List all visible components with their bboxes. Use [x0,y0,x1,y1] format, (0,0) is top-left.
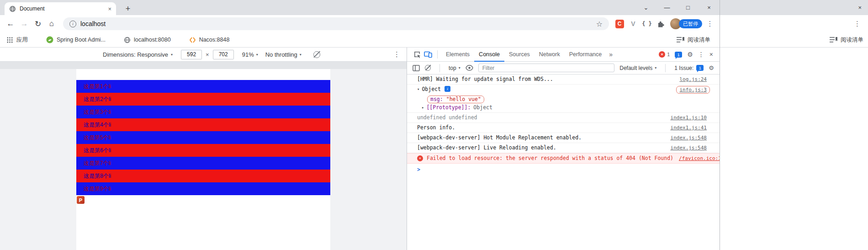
height-input[interactable] [213,50,234,59]
devtools-menu-icon[interactable]: ⋮ [698,51,704,58]
issues-badge[interactable]: 1 [675,52,682,58]
zoom-value: 91% [242,51,254,58]
property-key: msg: [430,96,443,102]
throttling-select[interactable]: No throttling ▾ [265,51,302,58]
vue-devtools-icon[interactable]: V [628,18,639,29]
bookmark-localhost-8080[interactable]: localhost:8080 [124,37,171,43]
forward-icon[interactable]: → [18,18,30,30]
apps-shortcut[interactable]: 应用 [6,36,28,44]
console-source-link[interactable]: /favicon.ico:1 [673,155,721,162]
browser-menu-icon[interactable]: ⋮ [705,20,715,28]
issues-count-badge: 1 [696,65,704,71]
console-source-link[interactable]: index1.js:41 [665,124,707,131]
tab-search-icon[interactable]: ⌄ [635,0,656,15]
reading-list-icon [830,37,837,43]
inspect-element-icon[interactable] [412,49,423,60]
list-item: 这是第4个li [76,118,330,131]
log-levels-select[interactable]: Default levels ▾ [619,65,656,71]
new-tab-button[interactable]: + [122,2,134,15]
prototype-key: [[Prototype]]: [426,104,471,111]
zoom-select[interactable]: 91% ▾ [242,51,258,58]
console-log: [HMR] Waiting for update signal from WDS… [407,74,720,175]
apps-grid-icon [6,37,13,43]
property-value: "hello vue" [446,96,481,102]
nacos-icon [189,37,196,43]
console-message: Person info. [417,124,455,131]
reading-list-icon [677,37,684,43]
console-source-link[interactable]: index1.js:10 [665,114,707,121]
profile-button[interactable]: 已暂停 [670,18,702,29]
rotate-icon[interactable] [313,51,320,58]
list-item: 这是第8个li [76,170,330,182]
info-icon: i [445,86,450,92]
error-count: 1 [667,52,670,57]
device-toolbar-toggle-icon[interactable] [423,49,434,60]
braces-extension-icon[interactable]: { } [641,18,652,29]
expand-open-icon[interactable]: ▾ [417,86,419,93]
device-type-select[interactable]: Dimensions: Responsive ▾ [103,51,173,58]
second-window-tabstrip: × [720,0,868,15]
settings-gear-icon[interactable]: ⚙ [687,51,693,58]
console-row-prototype: ▸ [[Prototype]]: Object [407,104,720,113]
issues-button[interactable]: 1 Issue: 1 [674,65,704,71]
devtools-close-icon[interactable]: × [709,51,713,58]
console-source-link[interactable]: index.js:548 [665,134,707,141]
separator [665,64,666,72]
url-text[interactable]: localhost [80,20,106,27]
tab-performance[interactable]: Performance [565,48,607,62]
console-row-error: × Failed to load resource: the server re… [407,153,720,164]
close-icon[interactable]: × [699,0,720,15]
console-settings-icon[interactable]: ⚙ [709,64,714,71]
javascript-context-select[interactable]: top ▾ [449,65,460,71]
maximize-icon[interactable]: □ [677,0,699,15]
browser-menu-icon[interactable]: ⋮ [854,15,861,32]
device-toolbar-menu-icon[interactable]: ⋮ [393,50,400,59]
width-input[interactable] [181,50,202,59]
bookmark-label: localhost:8080 [134,37,171,43]
throttling-value: No throttling [265,51,297,58]
object-label[interactable]: Object [422,86,441,93]
error-icon: × [417,155,423,161]
filter-input[interactable] [478,64,615,72]
home-icon[interactable]: ⌂ [46,18,58,30]
bookmark-nacos[interactable]: Nacos:8848 [189,37,230,43]
tab-console[interactable]: Console [474,48,504,62]
console-toolbar: top ▾ Default levels ▾ 1 Issue: 1 ⚙ [407,62,720,74]
back-icon[interactable]: ← [5,18,16,30]
console-prompt[interactable]: > [407,164,720,175]
devtools-toolbar: Elements Console Sources Network Perform… [407,48,720,62]
tab-close-icon[interactable]: × [108,5,111,12]
console-source-link[interactable]: info.js:3 [676,86,710,94]
expand-closed-icon[interactable]: ▸ [422,104,424,111]
close-icon[interactable]: × [858,0,862,15]
tab-strip: Document × + ⌄ — □ × [0,0,720,15]
reading-list-button[interactable]: 阅读清单 [677,36,710,44]
site-info-icon[interactable]: i [69,21,76,27]
console-error-message: Failed to load resource: the server resp… [427,155,673,162]
extensions-puzzle-icon[interactable] [655,18,666,29]
console-source-link[interactable]: log.js:24 [674,76,707,83]
extension-c-icon[interactable]: C [614,18,625,29]
clear-console-icon[interactable] [425,65,431,71]
minimize-icon[interactable]: — [656,0,677,15]
console-row: [HMR] Waiting for update signal from WDS… [407,74,720,85]
error-count-button[interactable]: × 1 [659,51,670,58]
tab-sources[interactable]: Sources [504,48,535,62]
bookmark-spring-boot[interactable]: Spring Boot Admi... [46,36,106,43]
live-expression-eye-icon[interactable] [466,65,473,71]
browser-tab[interactable]: Document × [5,2,116,15]
address-bar[interactable]: i localhost ☆ [63,17,609,30]
bookmark-label: Spring Boot Admi... [57,37,106,43]
more-tabs-icon[interactable]: » [606,51,615,58]
prototype-value: Object [473,104,492,111]
console-row: [webpack-dev-server] Hot Module Replacem… [407,133,720,143]
tab-network[interactable]: Network [535,48,565,62]
console-source-link[interactable]: index.js:548 [665,144,707,151]
console-sidebar-icon[interactable] [413,65,420,71]
reload-icon[interactable]: ↻ [32,18,44,30]
emulated-page: 这是第1个li 这是第2个li 这是第3个li 这是第4个li 这是第5个li … [76,69,330,250]
bookmark-star-icon[interactable]: ☆ [596,20,603,28]
dimensions-separator: × [206,51,209,58]
apps-label: 应用 [16,36,28,44]
tab-elements[interactable]: Elements [441,48,474,62]
